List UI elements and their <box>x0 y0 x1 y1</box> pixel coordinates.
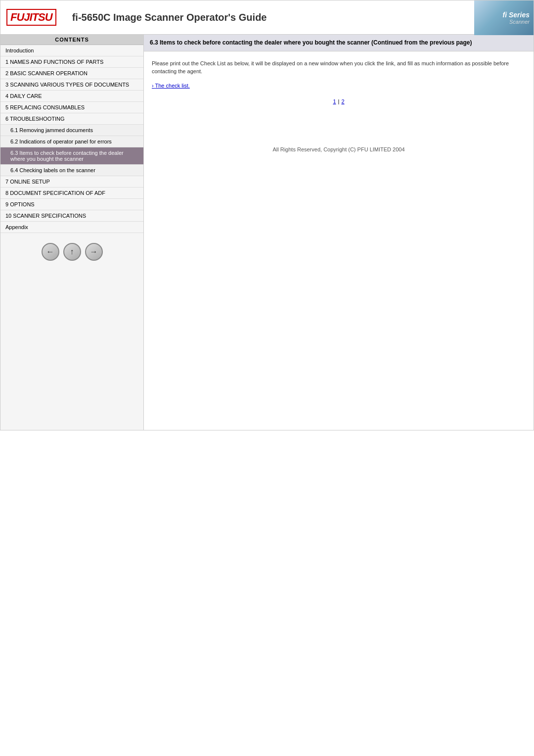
sidebar-contents-header: CONTENTS <box>0 35 143 45</box>
sidebar-item-appendix[interactable]: Appendix <box>0 222 143 233</box>
sidebar-item-ch2[interactable]: 2 BASIC SCANNER OPERATION <box>0 68 143 79</box>
sidebar-item-ch7[interactable]: 7 ONLINE SETUP <box>0 176 143 188</box>
forward-button[interactable]: → <box>85 243 103 261</box>
sidebar-item-ch5[interactable]: 5 REPLACING CONSUMABLES <box>0 102 143 113</box>
sidebar-item-ch6-4[interactable]: 6.4 Checking labels on the scanner <box>0 165 143 176</box>
fi-series-label: fi Series <box>503 11 530 19</box>
sidebar-item-ch6-3[interactable]: 6.3 Items to check before contacting the… <box>0 147 143 165</box>
fi-series-sub: Scanner <box>509 19 530 25</box>
sidebar-item-ch8[interactable]: 8 DOCUMENT SPECIFICATION OF ADF <box>0 188 143 199</box>
content-area: 6.3 Items to check before contacting the… <box>144 35 534 430</box>
sidebar: CONTENTS Introduction1 NAMES AND FUNCTIO… <box>0 35 144 430</box>
sidebar-item-introduction[interactable]: Introduction <box>0 45 143 56</box>
page-title: fi-5650C Image Scanner Operator's Guide <box>72 12 528 23</box>
sidebar-item-ch6-2[interactable]: 6.2 Indications of operator panel for er… <box>0 136 143 147</box>
sidebar-item-ch9[interactable]: 9 OPTIONS <box>0 199 143 210</box>
sidebar-item-ch3[interactable]: 3 SCANNING VARIOUS TYPES OF DOCUMENTS <box>0 79 143 91</box>
content-body: Please print out the Check List as below… <box>144 51 534 162</box>
sidebar-item-ch6[interactable]: 6 TROUBLESHOOTING <box>0 113 143 125</box>
logo-area: FUJITSU <box>6 9 62 26</box>
sidebar-item-ch1[interactable]: 1 NAMES AND FUNCTIONS OF PARTS <box>0 56 143 68</box>
fi-series-badge: fi Series Scanner <box>474 0 534 35</box>
up-button[interactable]: ↑ <box>63 243 81 261</box>
fujitsu-logo: FUJITSU <box>6 9 56 26</box>
checklist-link[interactable]: The check list. <box>152 83 190 89</box>
sidebar-item-ch4[interactable]: 4 DAILY CARE <box>0 91 143 102</box>
page-2-link[interactable]: 2 <box>341 98 344 104</box>
sidebar-items-container: Introduction1 NAMES AND FUNCTIONS OF PAR… <box>0 45 143 233</box>
copyright-text: All Rights Reserved, Copyright (C) PFU L… <box>152 145 526 154</box>
sidebar-item-ch10[interactable]: 10 SCANNER SPECIFICATIONS <box>0 210 143 222</box>
page-1-link[interactable]: 1 <box>333 98 336 104</box>
content-heading: 6.3 Items to check before contacting the… <box>144 35 534 51</box>
content-paragraph: Please print out the Check List as below… <box>152 59 526 76</box>
sidebar-item-ch6-1[interactable]: 6.1 Removing jammed documents <box>0 125 143 136</box>
back-button[interactable]: ← <box>42 243 59 261</box>
main-layout: CONTENTS Introduction1 NAMES AND FUNCTIO… <box>0 35 534 430</box>
nav-buttons: ← ↑ → <box>0 233 143 271</box>
pagination-sep: | <box>338 98 340 104</box>
page-header: FUJITSU fi-5650C Image Scanner Operator'… <box>0 0 534 35</box>
content-link-wrapper[interactable]: The check list. <box>152 82 526 90</box>
pagination: 1|2 <box>152 97 526 106</box>
